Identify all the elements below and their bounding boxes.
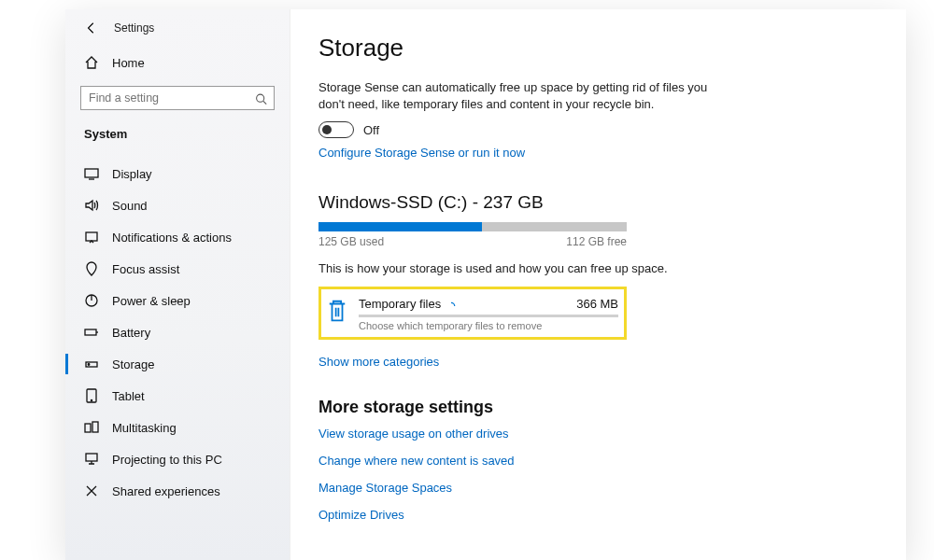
drive-usage-bar <box>318 222 627 231</box>
multitasking-icon <box>84 420 99 435</box>
used-label: 125 GB used <box>318 235 384 248</box>
title-bar: Settings <box>65 21 290 47</box>
sidebar-item-label: Battery <box>112 326 150 340</box>
sidebar-item-label: Sound <box>112 199 148 213</box>
sidebar-item-label: Home <box>112 56 145 70</box>
tablet-icon <box>84 388 99 403</box>
svg-point-8 <box>91 399 92 400</box>
sidebar-item-projecting[interactable]: Projecting to this PC <box>65 443 290 475</box>
sidebar-home[interactable]: Home <box>65 47 290 78</box>
power-icon <box>84 293 99 308</box>
show-more-categories-link[interactable]: Show more categories <box>318 355 439 369</box>
optimize-drives-link[interactable]: Optimize Drives <box>318 508 878 522</box>
sidebar-item-label: Storage <box>112 357 155 371</box>
app-title: Settings <box>114 21 154 35</box>
sidebar-item-label: Tablet <box>112 389 145 403</box>
usage-description: This is how your storage is used and how… <box>318 261 878 275</box>
svg-point-6 <box>88 364 90 366</box>
search-container <box>65 78 290 118</box>
drive-heading: Windows-SSD (C:) - 237 GB <box>318 192 878 213</box>
page-title: Storage <box>318 34 878 63</box>
settings-window: Settings Home System Display <box>65 9 906 560</box>
svg-rect-9 <box>85 424 91 432</box>
search-icon <box>255 92 267 105</box>
category-size: 366 MB <box>576 297 618 311</box>
category-temporary-files[interactable]: Temporary files 366 MB Choose which temp… <box>318 287 627 340</box>
sidebar-item-multitasking[interactable]: Multitasking <box>65 412 290 443</box>
sound-icon <box>84 198 99 213</box>
main-content: Storage Storage Sense can automatically … <box>290 9 906 560</box>
sidebar-item-shared-experiences[interactable]: Shared experiences <box>65 475 290 507</box>
sidebar-item-power-sleep[interactable]: Power & sleep <box>65 285 290 316</box>
storage-icon <box>84 357 99 371</box>
category-subtitle: Choose which temporary files to remove <box>359 320 618 331</box>
storage-sense-description: Storage Sense can automatically free up … <box>318 79 711 112</box>
toggle-state-label: Off <box>363 123 379 137</box>
drive-usage-labels: 125 GB used 112 GB free <box>318 235 627 248</box>
back-button[interactable] <box>84 21 99 35</box>
storage-sense-toggle[interactable] <box>318 121 354 138</box>
more-storage-links: View storage usage on other drives Chang… <box>318 427 878 522</box>
sidebar-item-label: Projecting to this PC <box>112 453 222 467</box>
nav-list: Display Sound Notifications & actions Fo… <box>65 150 290 507</box>
category-name: Temporary files <box>359 297 441 311</box>
category-subbar <box>359 315 618 317</box>
sidebar-item-label: Focus assist <box>112 262 179 276</box>
sidebar-item-label: Power & sleep <box>112 294 191 308</box>
svg-rect-4 <box>85 329 96 335</box>
configure-storage-sense-link[interactable]: Configure Storage Sense or run it now <box>318 146 525 160</box>
change-save-location-link[interactable]: Change where new content is saved <box>318 454 878 468</box>
section-header: System <box>65 118 290 150</box>
drive-usage-fill <box>318 222 482 231</box>
svg-point-0 <box>257 94 264 102</box>
category-body: Temporary files 366 MB Choose which temp… <box>359 297 618 331</box>
trash-icon <box>327 297 347 325</box>
display-icon <box>84 166 99 181</box>
sidebar-item-display[interactable]: Display <box>65 158 290 189</box>
sidebar-item-label: Display <box>112 167 152 181</box>
svg-rect-10 <box>92 422 98 432</box>
focus-assist-icon <box>84 261 99 276</box>
svg-rect-11 <box>86 454 97 461</box>
sidebar: Settings Home System Display <box>65 9 290 560</box>
sidebar-item-focus-assist[interactable]: Focus assist <box>65 253 290 285</box>
sidebar-item-sound[interactable]: Sound <box>65 189 290 221</box>
projecting-icon <box>84 452 99 467</box>
sidebar-item-label: Multitasking <box>112 421 177 435</box>
svg-rect-1 <box>85 169 98 177</box>
free-label: 112 GB free <box>566 235 627 248</box>
battery-icon <box>84 325 99 340</box>
manage-storage-spaces-link[interactable]: Manage Storage Spaces <box>318 481 878 495</box>
sidebar-item-tablet[interactable]: Tablet <box>65 380 290 412</box>
svg-rect-2 <box>86 232 97 241</box>
loading-spinner-icon <box>446 300 456 309</box>
view-other-drives-link[interactable]: View storage usage on other drives <box>318 427 878 441</box>
arrow-left-icon <box>85 21 98 35</box>
sidebar-item-label: Shared experiences <box>112 484 220 498</box>
sidebar-item-storage[interactable]: Storage <box>65 348 290 380</box>
more-storage-heading: More storage settings <box>318 398 878 417</box>
shared-icon <box>84 483 99 498</box>
search-input[interactable] <box>80 86 275 110</box>
sidebar-item-notifications[interactable]: Notifications & actions <box>65 221 290 253</box>
storage-sense-toggle-row: Off <box>318 121 878 138</box>
sidebar-item-battery[interactable]: Battery <box>65 316 290 348</box>
notifications-icon <box>84 230 99 245</box>
sidebar-item-label: Notifications & actions <box>112 231 232 245</box>
home-icon <box>84 55 99 70</box>
